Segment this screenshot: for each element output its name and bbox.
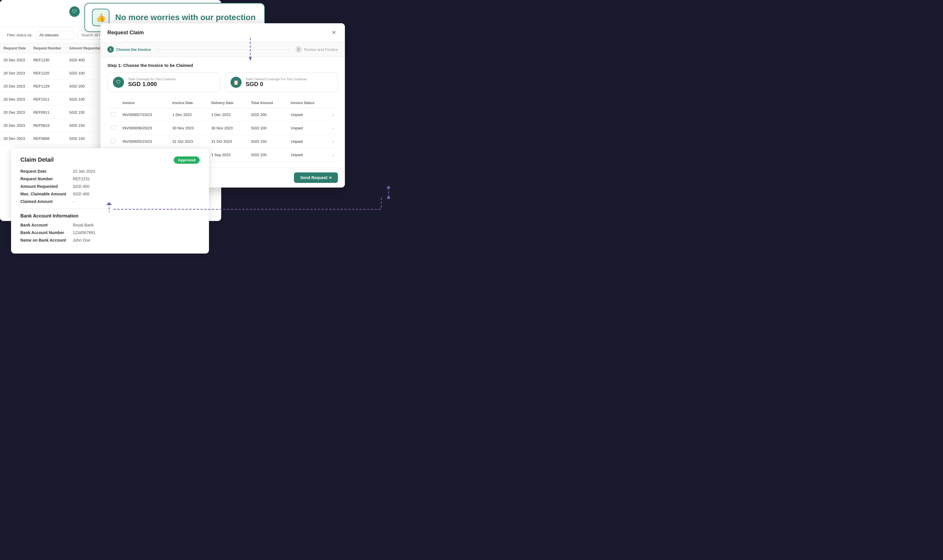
invoice-checkbox-cell: [107, 135, 119, 148]
svg-point-7: [387, 186, 390, 189]
cell-amount: SGD 200: [65, 80, 105, 93]
invoice-total: SGD 200: [247, 108, 287, 122]
detail-val: SGD 400: [73, 192, 90, 196]
col-header-date: Request Date: [0, 43, 30, 54]
modal-steps: 1 Choose the Invoice 2 Review and Finali…: [100, 42, 345, 57]
modal-close-button[interactable]: ✕: [330, 29, 338, 37]
cell-ref: REF0819: [30, 119, 66, 132]
col-invoice: Invoice: [119, 98, 169, 108]
bank-val: John Doe: [73, 238, 90, 243]
step-2-label: Review and Finalize: [304, 48, 338, 52]
promo-text: No more worries with our protection: [115, 13, 256, 22]
modal-header: Request Claim ✕: [100, 23, 345, 42]
cell-ref: REF0808: [30, 132, 66, 145]
coverage-shield-icon: 🛡: [69, 6, 80, 17]
invoice-status: Unpaid: [287, 135, 329, 148]
modal-total-coverage-label: Total Coverage for This Customer: [128, 77, 176, 81]
cell-amount: SGD 150: [65, 119, 105, 132]
bank-detail-row: Bank Account Number1234567891: [20, 230, 200, 235]
col-total-amount: Total Amount: [247, 98, 287, 108]
invoice-status: Unpaid: [287, 108, 329, 122]
claim-detail-panel: Claim Detail Approved Request Date10 Jan…: [11, 148, 209, 254]
invoice-checkbox[interactable]: [111, 139, 116, 143]
invoice-delivery: 1 Dec 2023: [208, 108, 248, 122]
step-2: 2 Review and Finalize: [295, 46, 338, 52]
modal-coverage-total-card: 🛡 Total Coverage for This Customer SGD 1…: [107, 72, 220, 92]
claim-detail-row: Max. Claimable AmountSGD 400: [20, 192, 200, 196]
col-invoice-status: Invoice Status: [287, 98, 329, 108]
invoice-row[interactable]: INV000005/23/23 31 Oct 2023 31 Oct 2023 …: [107, 135, 338, 148]
cell-amount: SGD 100: [65, 93, 105, 106]
invoice-arrow[interactable]: ›: [329, 108, 338, 122]
invoice-arrow[interactable]: ›: [329, 135, 338, 148]
invoice-delivery: 31 Oct 2023: [208, 135, 248, 148]
detail-key: Request Number: [20, 177, 73, 181]
invoice-status: Unpaid: [287, 122, 329, 135]
invoice-date: 31 Oct 2023: [169, 135, 208, 148]
svg-point-8: [387, 196, 390, 199]
bank-section-title: Bank Account Information: [20, 214, 200, 218]
modal-claimed-coverage-text: Total Claimed Coverage For This Customer…: [245, 77, 307, 88]
col-checkbox: [107, 98, 119, 108]
invoice-delivery: 1 Sep 2023: [208, 148, 248, 162]
modal-section-title: Step 1: Choose the Invoice to be Claimed: [107, 63, 338, 68]
bank-fields: Bank AccountRoyal BankBank Account Numbe…: [20, 223, 200, 243]
invoice-row[interactable]: INV000006/20/23 30 Nov 2023 30 Nov 2023 …: [107, 122, 338, 135]
cell-ref: REF1220: [30, 66, 66, 80]
step-1-label: Choose the Invoice: [116, 48, 151, 52]
modal-title: Request Claim: [107, 30, 144, 36]
invoice-total: SGD 100: [247, 148, 287, 162]
invoice-id: INV000007/23/23: [119, 108, 169, 122]
invoice-arrow[interactable]: ›: [329, 148, 338, 162]
bank-key: Bank Account Number: [20, 230, 73, 235]
modal-coverage-cards: 🛡 Total Coverage for This Customer SGD 1…: [107, 72, 338, 92]
invoice-checkbox[interactable]: [111, 112, 116, 117]
claim-detail-row: Claimed Amount-: [20, 199, 200, 204]
detail-key: Claimed Amount: [20, 199, 73, 204]
col-header-amount: Amount Requested: [65, 43, 105, 54]
detail-key: Max. Claimable Amount: [20, 192, 73, 196]
detail-val: -: [73, 199, 74, 204]
modal-claimed-coverage-label: Total Claimed Coverage For This Customer: [245, 77, 307, 81]
bank-key: Bank Account: [20, 223, 73, 228]
col-invoice-date: Invoice Date: [169, 98, 208, 108]
bank-val: Royal Bank: [73, 223, 94, 228]
invoice-arrow[interactable]: ›: [329, 122, 338, 135]
modal-claimed-coverage-value: SGD 0: [245, 81, 307, 88]
claim-fields: Request Date10 Jan 2024Request NumberREF…: [20, 169, 200, 204]
bank-val: 1234567891: [73, 230, 96, 235]
cell-date: 20 Dec 2023: [0, 119, 30, 132]
detail-val: 10 Jan 2024: [73, 169, 95, 174]
invoice-id: INV000005/23/23: [119, 135, 169, 148]
invoice-checkbox[interactable]: [111, 125, 116, 130]
col-arrow: [329, 98, 338, 108]
cell-date: 20 Dec 2023: [0, 93, 30, 106]
invoice-total: SGD 100: [247, 122, 287, 135]
claim-detail-title: Claim Detail: [20, 157, 200, 163]
detail-val: SGD 400: [73, 184, 90, 189]
invoice-delivery: 30 Nov 2023: [208, 122, 248, 135]
cell-ref: REF0911: [30, 106, 66, 119]
invoice-date: 1 Dec 2023: [169, 108, 208, 122]
col-header-ref: Request Number: [30, 43, 66, 54]
status-filter-select[interactable]: All statuses Requested Approved Declined: [36, 31, 74, 39]
detail-key: Amount Requested: [20, 184, 73, 189]
bank-detail-row: Bank AccountRoyal Bank: [20, 223, 200, 228]
cell-ref: REF1011: [30, 93, 66, 106]
cell-date: 20 Dec 2023: [0, 106, 30, 119]
step-2-number: 2: [295, 46, 302, 52]
modal-coverage-claimed-card: 📋 Total Claimed Coverage For This Custom…: [225, 72, 338, 92]
send-request-button[interactable]: Send Request: [294, 172, 338, 183]
invoice-row[interactable]: INV000007/23/23 1 Dec 2023 1 Dec 2023 SG…: [107, 108, 338, 122]
cell-date: 20 Dec 2023: [0, 80, 30, 93]
send-btn-dot: [329, 177, 332, 179]
step-1-number: 1: [107, 46, 114, 52]
cell-amount: SGD 400: [65, 54, 105, 66]
col-delivery-date: Delivery Date: [208, 98, 248, 108]
step-divider: [156, 49, 290, 50]
invoice-total: SGD 150: [247, 135, 287, 148]
invoice-date: 30 Nov 2023: [169, 122, 208, 135]
cell-date: 20 Dec 2023: [0, 132, 30, 145]
invoice-checkbox-cell: [107, 122, 119, 135]
cell-date: 20 Dec 2023: [0, 66, 30, 80]
